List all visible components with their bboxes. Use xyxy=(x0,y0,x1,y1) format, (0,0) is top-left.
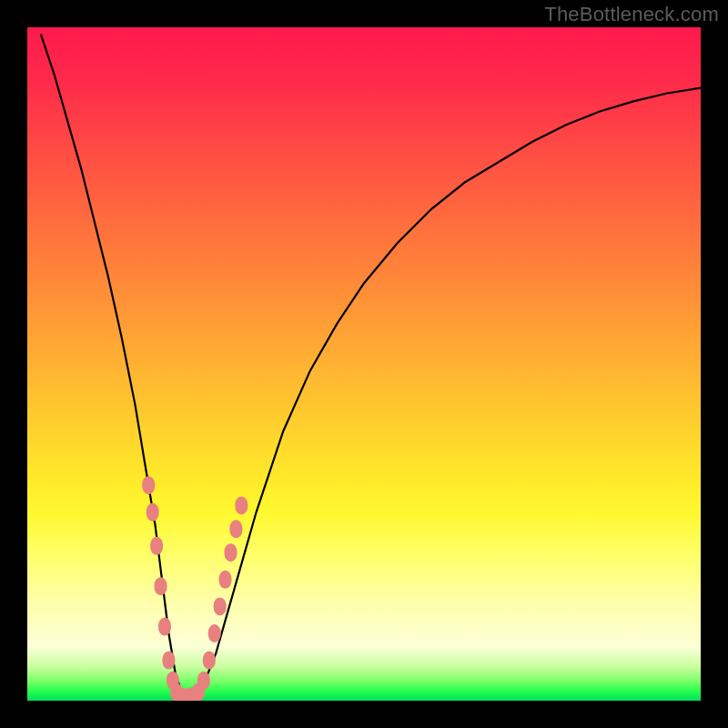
marker-point xyxy=(142,476,155,494)
marker-point xyxy=(235,496,248,514)
marker-point xyxy=(208,624,221,642)
marker-point xyxy=(162,652,175,670)
marker-point xyxy=(155,577,167,595)
highlight-markers xyxy=(142,476,248,701)
marker-point xyxy=(214,597,227,615)
marker-point xyxy=(147,503,159,521)
chart-svg xyxy=(27,27,701,701)
marker-point xyxy=(219,571,232,589)
outer-frame: TheBottleneck.com xyxy=(0,0,728,728)
bottleneck-curve xyxy=(41,34,701,697)
marker-point xyxy=(197,672,210,690)
marker-point xyxy=(229,520,242,538)
marker-point xyxy=(203,652,216,670)
marker-point xyxy=(224,543,237,561)
marker-point xyxy=(158,618,171,636)
watermark-text: TheBottleneck.com xyxy=(544,3,719,26)
marker-point xyxy=(150,537,163,555)
plot-area xyxy=(27,27,701,701)
